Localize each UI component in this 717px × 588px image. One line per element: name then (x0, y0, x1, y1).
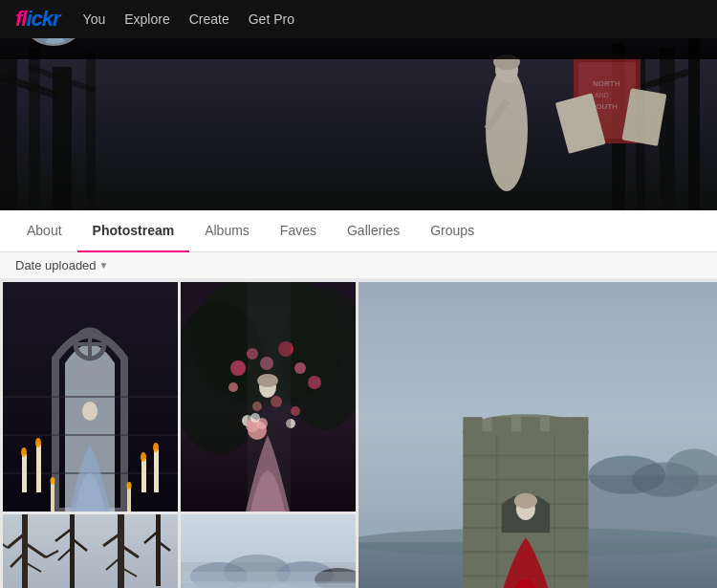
svg-point-66 (257, 374, 278, 387)
svg-point-42 (153, 443, 159, 452)
svg-point-40 (141, 452, 146, 462)
svg-rect-116 (156, 514, 161, 586)
logo-fl: fl (15, 7, 26, 31)
profile-bar: Rosie Hardy + Follow ✉ PRO rosiehardy 13… (0, 38, 717, 59)
photo-3[interactable] (358, 282, 717, 588)
svg-text:AND: AND (595, 92, 609, 98)
svg-point-58 (308, 376, 321, 389)
navbar: flickr You Explore Create Get Pro (0, 0, 717, 38)
photo-4-art (3, 514, 178, 588)
svg-rect-99 (3, 514, 178, 588)
svg-point-36 (21, 447, 27, 457)
svg-point-44 (51, 477, 55, 485)
svg-rect-93 (550, 417, 569, 434)
logo-ickr: ickr (26, 7, 59, 31)
nav-item-you[interactable]: You (83, 11, 106, 27)
photo-5[interactable] (181, 514, 356, 588)
svg-rect-9 (688, 38, 700, 210)
svg-rect-43 (51, 483, 54, 512)
photo-grid (0, 279, 717, 588)
tab-photostream[interactable]: Photostream (77, 210, 190, 252)
svg-rect-91 (492, 417, 511, 434)
svg-text:NORTH: NORTH (593, 79, 620, 88)
avatar-image (21, 38, 86, 44)
svg-rect-39 (141, 459, 146, 492)
svg-rect-37 (36, 445, 41, 492)
filter-caret-icon: ▼ (99, 260, 109, 271)
svg-rect-5 (86, 53, 96, 210)
photo-3-art (358, 282, 717, 588)
svg-rect-92 (521, 417, 540, 434)
tab-galleries[interactable]: Galleries (332, 210, 415, 252)
tabs-bar: About Photostream Albums Faves Galleries… (0, 210, 717, 252)
filter-bar: Date uploaded ▼ (0, 252, 717, 279)
svg-rect-111 (118, 514, 124, 588)
filter-label-text: Date uploaded (15, 258, 97, 272)
svg-rect-35 (22, 454, 27, 492)
photo-5-art (181, 514, 356, 588)
svg-rect-129 (181, 581, 356, 588)
photo-2-art (181, 282, 356, 512)
tab-albums[interactable]: Albums (189, 210, 265, 252)
svg-rect-4 (53, 67, 72, 210)
svg-point-98 (514, 493, 537, 509)
nav-item-explore[interactable]: Explore (124, 11, 169, 27)
svg-rect-90 (463, 417, 482, 434)
avatar-art (21, 38, 86, 44)
svg-point-61 (291, 406, 300, 416)
svg-point-70 (250, 413, 260, 423)
svg-point-57 (228, 382, 238, 392)
svg-point-46 (127, 482, 132, 490)
svg-rect-100 (22, 514, 28, 588)
flickr-logo[interactable]: flickr (15, 7, 60, 32)
tab-faves[interactable]: Faves (265, 210, 332, 252)
tab-groups[interactable]: Groups (415, 210, 489, 252)
svg-rect-41 (154, 449, 159, 492)
svg-point-38 (35, 438, 41, 447)
photo-1-art (3, 282, 178, 512)
photo-2[interactable] (181, 282, 356, 512)
svg-rect-45 (127, 488, 131, 512)
svg-point-56 (294, 362, 306, 374)
date-filter[interactable]: Date uploaded ▼ (15, 258, 108, 272)
nav-item-create[interactable]: Create (189, 11, 229, 27)
tab-about[interactable]: About (11, 210, 77, 252)
svg-rect-121 (181, 514, 356, 562)
svg-point-47 (82, 402, 98, 421)
photo-1[interactable] (3, 282, 178, 512)
svg-rect-107 (70, 514, 75, 588)
svg-rect-94 (569, 417, 588, 434)
cover-photo: NORTH AND SOUTH (0, 38, 717, 210)
photo-4[interactable] (3, 514, 178, 588)
svg-point-52 (230, 360, 246, 376)
nav-menu: You Explore Create Get Pro (83, 11, 294, 28)
cover-art: NORTH AND SOUTH (0, 38, 717, 210)
avatar (19, 38, 88, 46)
svg-rect-8 (660, 48, 675, 210)
nav-item-getpro[interactable]: Get Pro (249, 11, 294, 27)
